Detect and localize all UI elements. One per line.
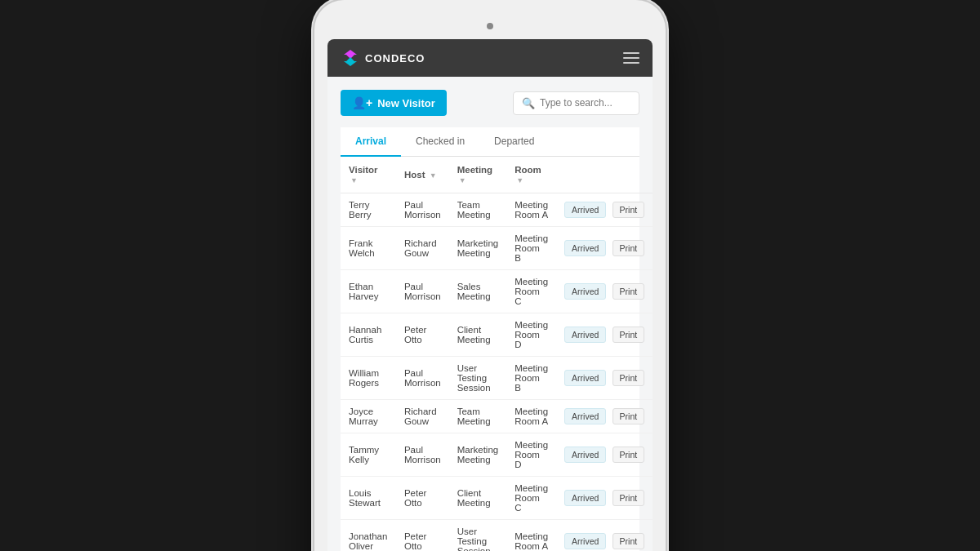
actions-cell: Arrived Print — [556, 270, 653, 313]
meeting-cell: Marketing Meeting — [449, 227, 507, 270]
arrived-button[interactable]: Arrived — [564, 283, 606, 300]
search-icon: 🔍 — [522, 97, 535, 109]
add-visitor-icon: 👤+ — [352, 96, 372, 109]
actions-cell: Arrived Print — [556, 477, 653, 520]
room-cell: Meeting Room A — [506, 193, 556, 227]
table-row: Tammy Kelly Paul Morrison Marketing Meet… — [341, 433, 653, 477]
room-cell: Meeting Room A — [506, 400, 556, 433]
table-row: Louis Stewart Peter Otto Client Meeting … — [341, 477, 653, 520]
room-cell: Meeting Room C — [506, 270, 556, 313]
host-cell: Paul Morrison — [396, 270, 449, 313]
table-row: Hannah Curtis Peter Otto Client Meeting … — [341, 313, 653, 357]
col-actions — [556, 157, 653, 193]
logo: CONDECO — [341, 48, 425, 68]
meeting-cell: Team Meeting — [449, 400, 507, 433]
actions-cell: Arrived Print — [556, 313, 653, 357]
table-header-row: Visitor ▼ Host ▼ Meeting ▼ — [341, 157, 653, 193]
meeting-cell: Client Meeting — [449, 313, 507, 357]
search-box: 🔍 — [513, 91, 639, 115]
col-room[interactable]: Room ▼ — [506, 157, 556, 193]
print-button[interactable]: Print — [612, 240, 645, 256]
arrived-button[interactable]: Arrived — [564, 533, 606, 549]
print-button[interactable]: Print — [612, 447, 645, 463]
col-host[interactable]: Host ▼ — [396, 157, 449, 193]
print-button[interactable]: Print — [612, 327, 645, 343]
print-button[interactable]: Print — [612, 408, 645, 424]
room-cell: Meeting Room B — [506, 227, 556, 270]
svg-marker-1 — [344, 57, 357, 66]
visitor-cell: William Rogers — [341, 357, 396, 400]
table-row: Terry Berry Paul Morrison Team Meeting M… — [341, 193, 653, 227]
visitor-cell: Louis Stewart — [341, 477, 396, 520]
room-cell: Meeting Room A — [506, 520, 556, 552]
meeting-cell: User Testing Session — [449, 357, 507, 400]
tab-departed[interactable]: Departed — [479, 127, 549, 157]
meeting-cell: Team Meeting — [449, 193, 507, 227]
room-cell: Meeting Room D — [506, 313, 556, 357]
meeting-cell: Marketing Meeting — [449, 433, 507, 477]
table-row: Frank Welch Richard Gouw Marketing Meeti… — [341, 227, 653, 270]
meeting-cell: Client Meeting — [449, 477, 507, 520]
visitor-cell: Joyce Murray — [341, 400, 396, 433]
app-header: CONDECO — [327, 39, 653, 77]
actions-cell: Arrived Print — [556, 227, 653, 270]
arrived-button[interactable]: Arrived — [564, 408, 606, 424]
tab-checked-in[interactable]: Checked in — [401, 127, 479, 157]
host-cell: Paul Morrison — [396, 193, 449, 227]
table-row: Jonathan Oliver Peter Otto User Testing … — [341, 520, 653, 552]
tabs-container: Arrival Checked in Departed — [341, 127, 639, 157]
tablet-screen: CONDECO 👤+ New Visitor 🔍 — [327, 39, 653, 551]
arrived-button[interactable]: Arrived — [564, 447, 606, 463]
col-visitor[interactable]: Visitor ▼ — [341, 157, 396, 193]
condeco-logo-icon — [341, 48, 360, 68]
new-visitor-button[interactable]: 👤+ New Visitor — [341, 90, 447, 116]
visitor-cell: Hannah Curtis — [341, 313, 396, 357]
app-body: 👤+ New Visitor 🔍 Arrival Checked in Depa… — [327, 77, 653, 551]
meeting-sort-icon: ▼ — [459, 176, 466, 184]
table-row: Joyce Murray Richard Gouw Team Meeting M… — [341, 400, 653, 433]
visitor-sort-icon: ▼ — [350, 176, 358, 184]
arrived-button[interactable]: Arrived — [564, 202, 606, 218]
host-cell: Richard Gouw — [396, 400, 449, 433]
arrived-button[interactable]: Arrived — [564, 240, 606, 256]
host-cell: Paul Morrison — [396, 433, 449, 477]
table-row: William Rogers Paul Morrison User Testin… — [341, 357, 653, 400]
host-cell: Paul Morrison — [396, 357, 449, 400]
print-button[interactable]: Print — [612, 533, 645, 549]
visitor-table-container: Visitor ▼ Host ▼ Meeting ▼ — [341, 157, 639, 551]
host-cell: Richard Gouw — [396, 227, 449, 270]
tablet-camera — [487, 23, 493, 29]
arrived-button[interactable]: Arrived — [564, 327, 606, 343]
host-cell: Peter Otto — [396, 477, 449, 520]
room-cell: Meeting Room D — [506, 433, 556, 477]
actions-cell: Arrived Print — [556, 433, 653, 477]
host-cell: Peter Otto — [396, 520, 449, 552]
print-button[interactable]: Print — [612, 283, 645, 300]
tab-arrival[interactable]: Arrival — [341, 127, 401, 157]
print-button[interactable]: Print — [612, 202, 645, 218]
room-cell: Meeting Room B — [506, 357, 556, 400]
visitor-cell: Terry Berry — [341, 193, 396, 227]
host-cell: Peter Otto — [396, 313, 449, 357]
actions-cell: Arrived Print — [556, 520, 653, 552]
menu-icon[interactable] — [623, 52, 639, 64]
actions-cell: Arrived Print — [556, 400, 653, 433]
meeting-cell: Sales Meeting — [449, 270, 507, 313]
meeting-cell: User Testing Session — [449, 520, 507, 552]
actions-cell: Arrived Print — [556, 193, 653, 227]
room-sort-icon: ▼ — [516, 176, 523, 184]
arrived-button[interactable]: Arrived — [564, 490, 606, 506]
logo-text: CONDECO — [365, 52, 425, 64]
host-sort-icon: ▼ — [430, 171, 437, 180]
print-button[interactable]: Print — [612, 370, 645, 386]
search-input[interactable] — [540, 97, 630, 109]
visitor-cell: Tammy Kelly — [341, 433, 396, 477]
visitor-cell: Frank Welch — [341, 227, 396, 270]
table-row: Ethan Harvey Paul Morrison Sales Meeting… — [341, 270, 653, 313]
actions-cell: Arrived Print — [556, 357, 653, 400]
visitor-cell: Ethan Harvey — [341, 270, 396, 313]
new-visitor-label: New Visitor — [377, 97, 435, 109]
print-button[interactable]: Print — [612, 490, 645, 506]
col-meeting[interactable]: Meeting ▼ — [449, 157, 507, 193]
arrived-button[interactable]: Arrived — [564, 370, 606, 386]
